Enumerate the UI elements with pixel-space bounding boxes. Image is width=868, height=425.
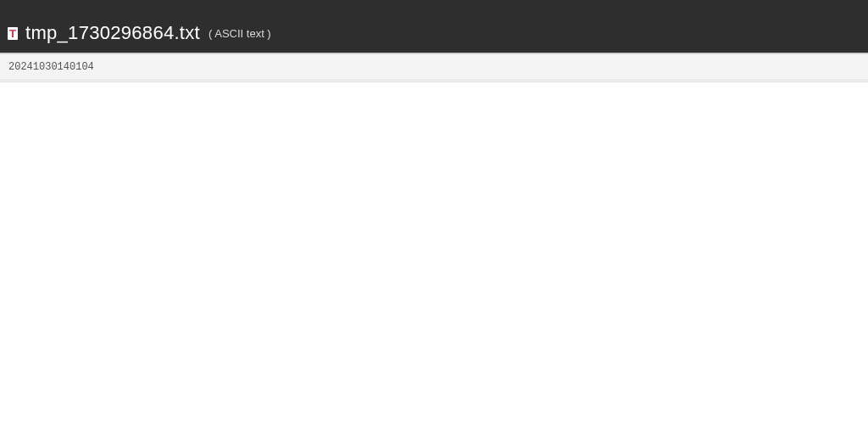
- filename: tmp_1730296864.txt: [25, 22, 200, 44]
- file-header: tmp_1730296864.txt ( ASCII text ): [0, 17, 868, 53]
- file-content-line: 20241030140104: [0, 54, 868, 81]
- top-spacer: [0, 0, 868, 17]
- text-file-icon: [7, 26, 19, 40]
- empty-area: [0, 82, 868, 425]
- filetype-label: ( ASCII text ): [209, 27, 271, 40]
- svg-rect-2: [12, 30, 14, 37]
- content-text: 20241030140104: [8, 61, 94, 73]
